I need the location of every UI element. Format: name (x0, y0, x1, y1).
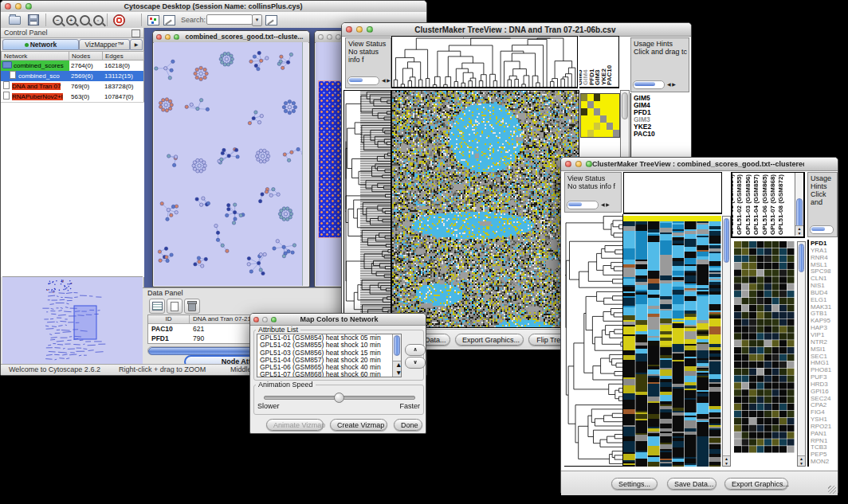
minimize-button[interactable] (15, 3, 22, 10)
scroll-arrows[interactable]: ▲▼ (393, 361, 401, 377)
matrix-cell[interactable] (613, 101, 619, 108)
row-dendrogram-panel[interactable] (344, 90, 391, 326)
usage-hints-scrollbar[interactable]: ◀ ▶ (633, 80, 676, 89)
column-header-network[interactable]: Network (1, 51, 69, 61)
zoom-button[interactable] (367, 26, 373, 33)
listbox-vscroll[interactable]: ▲▼ (392, 334, 401, 377)
speed-slider-thumb[interactable] (334, 393, 344, 403)
view-status-scrollbar[interactable]: ◀ ▶ (347, 76, 391, 85)
scroll-track[interactable] (633, 80, 665, 89)
network-window-titlebar[interactable]: combined_scores_good.txt--cluste... (153, 31, 309, 43)
network-view-window[interactable]: combined_scores_good.txt--cluste... (152, 30, 310, 287)
vizmapper-button[interactable] (146, 14, 160, 26)
settings-button[interactable]: Settings... (611, 478, 658, 490)
scroll-thumb[interactable] (622, 92, 628, 119)
matrix-cell[interactable] (600, 94, 607, 101)
move-down-button[interactable]: ∨ (405, 357, 426, 369)
float-panel-icon[interactable] (132, 29, 140, 37)
matrix-cell[interactable] (581, 130, 587, 137)
create-vizmap-button[interactable]: Create Vizmap (330, 419, 387, 431)
attribute-editor-button[interactable] (264, 14, 278, 26)
matrix-cell[interactable] (587, 108, 594, 115)
close-button[interactable] (5, 3, 11, 10)
delete-attribute-button[interactable] (184, 299, 200, 314)
usage-hints-scrollbar[interactable] (810, 225, 834, 234)
scroll-arrows[interactable]: ◀ ▶ (667, 81, 676, 88)
row-dendrogram[interactable] (344, 91, 391, 326)
done-button[interactable]: Done (394, 419, 422, 431)
save-session-button[interactable] (26, 14, 41, 26)
tab-network[interactable]: Network (2, 39, 79, 50)
scroll-track[interactable] (347, 76, 379, 85)
column-header-edges[interactable]: Edges (103, 51, 144, 61)
network-row[interactable]: combined_scores 2764(0) 16218(0) (1, 61, 143, 71)
minimize-button[interactable] (327, 34, 332, 40)
matrix-cell[interactable] (600, 108, 607, 115)
minimize-button[interactable] (165, 34, 171, 40)
column-dendrogram[interactable] (392, 37, 577, 87)
move-up-button[interactable]: ∧ (405, 344, 426, 356)
tab-vizmapper[interactable]: VizMapper™ (79, 39, 130, 50)
matrix-cell[interactable] (607, 94, 613, 101)
matrix-cell[interactable] (600, 130, 607, 137)
matrix-cell[interactable] (613, 123, 619, 130)
matrix-cell[interactable] (587, 101, 594, 108)
zoom-out-button[interactable]: − (50, 14, 65, 26)
zoom-button[interactable] (174, 34, 179, 40)
scroll-thumb[interactable] (349, 78, 363, 82)
scroll-thumb[interactable] (634, 82, 655, 86)
gene-list-panel[interactable]: PFD1YRA1RNR4MSL1SPC98CLN1NIS1BUD4ELG1MAK… (807, 240, 838, 467)
zoom-in-button[interactable]: + (64, 14, 78, 26)
network-canvas[interactable] (154, 42, 308, 286)
matrix-cell[interactable] (600, 101, 607, 108)
treeview-dna-titlebar[interactable]: ClusterMaker TreeView : DNA and Tran 07-… (342, 23, 691, 37)
table-cell-id[interactable]: PFD1 (148, 334, 190, 343)
close-button[interactable] (253, 317, 259, 322)
zoom-selected-button[interactable]: ▫ (91, 14, 105, 26)
matrix-cell[interactable] (607, 108, 613, 115)
scroll-thumb[interactable] (796, 198, 803, 229)
dialog-titlebar[interactable]: Map Colors to Network (250, 314, 426, 326)
network-overview-image[interactable] (2, 277, 143, 364)
matrix-cell[interactable] (581, 115, 587, 123)
matrix-cell[interactable] (600, 115, 607, 123)
network-overview-thumbnail[interactable] (2, 276, 143, 365)
matrix-cell[interactable] (594, 101, 600, 108)
zoom-button[interactable] (271, 317, 277, 322)
close-button[interactable] (346, 26, 352, 33)
matrix-cell[interactable] (607, 123, 613, 130)
selected-cluster-matrix[interactable] (580, 93, 620, 138)
matrix-cell[interactable] (600, 123, 607, 130)
close-button[interactable] (318, 34, 324, 40)
matrix-cell[interactable] (607, 130, 613, 137)
treeview-combined-titlebar[interactable]: ClusterMaker TreeView : combined_scores_… (561, 158, 838, 171)
minimize-button[interactable] (262, 317, 268, 322)
zoom-button[interactable] (26, 3, 32, 10)
scroll-thumb[interactable] (394, 335, 400, 356)
table-header-id[interactable]: ID (148, 315, 190, 324)
matrix-cell[interactable] (594, 115, 600, 123)
network-list-area[interactable] (1, 102, 144, 277)
zoom-fit-button[interactable] (77, 14, 92, 26)
tab-overflow-button[interactable]: ▶ (130, 39, 143, 50)
scroll-thumb[interactable] (568, 202, 582, 206)
labels-vscroll[interactable]: ▲▼ (795, 173, 803, 236)
matrix-cell[interactable] (587, 94, 594, 101)
global-heatmap-vscroll[interactable]: ▲▼ (722, 216, 731, 467)
matrix-cell[interactable] (607, 101, 613, 108)
network-graph[interactable] (154, 42, 304, 287)
resize-grip[interactable] (828, 486, 836, 494)
attribute-item[interactable]: GPL51-07 (GSM868) heat shock 60 min (257, 371, 401, 377)
zoom-button[interactable] (586, 161, 592, 167)
scroll-track[interactable] (567, 201, 599, 209)
matrix-cell[interactable] (587, 115, 594, 123)
open-session-button[interactable] (7, 14, 22, 26)
export-graphics-button[interactable]: Export Graphics... (455, 334, 524, 346)
main-titlebar[interactable]: Cytoscape Desktop (Session Name: collins… (1, 1, 426, 13)
zoomed-heatmap[interactable] (734, 241, 795, 453)
network-scrollbar[interactable] (302, 42, 308, 286)
matrix-cell[interactable] (581, 101, 587, 108)
animate-vizmap-button[interactable]: Animate Vizmap (266, 419, 324, 431)
matrix-cell[interactable] (607, 115, 613, 123)
main-heatmap[interactable] (391, 90, 579, 328)
